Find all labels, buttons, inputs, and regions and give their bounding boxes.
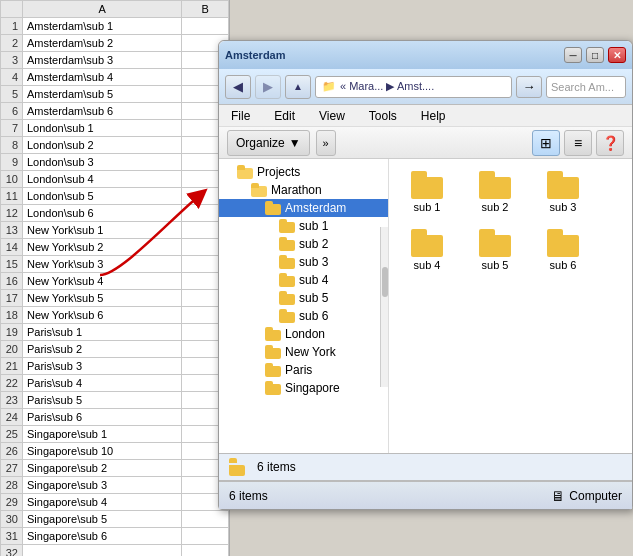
- address-field[interactable]: 📁 « Mara... ▶ Amst....: [315, 76, 512, 98]
- cell-a[interactable]: Paris\sub 4: [23, 375, 182, 392]
- cell-a[interactable]: New York\sub 5: [23, 290, 182, 307]
- table-row[interactable]: 5Amsterdam\sub 5: [1, 86, 229, 103]
- cell-a[interactable]: London\sub 1: [23, 120, 182, 137]
- forward-button[interactable]: ▶: [255, 75, 281, 99]
- file-panel[interactable]: sub 1 sub 2 sub 3 sub 4 sub 5 sub 6: [389, 159, 632, 453]
- cell-b[interactable]: [182, 528, 229, 545]
- table-row[interactable]: 24Paris\sub 6: [1, 409, 229, 426]
- cell-a[interactable]: Amsterdam\sub 4: [23, 69, 182, 86]
- table-row[interactable]: 22Paris\sub 4: [1, 375, 229, 392]
- table-row[interactable]: 6Amsterdam\sub 6: [1, 103, 229, 120]
- table-row[interactable]: 31Singapore\sub 6: [1, 528, 229, 545]
- file-item-sub2[interactable]: sub 2: [465, 167, 525, 217]
- table-row[interactable]: 14New York\sub 2: [1, 239, 229, 256]
- cell-a[interactable]: New York\sub 1: [23, 222, 182, 239]
- view-grid-button[interactable]: ⊞: [532, 130, 560, 156]
- table-row[interactable]: 3Amsterdam\sub 3: [1, 52, 229, 69]
- cell-a[interactable]: London\sub 6: [23, 205, 182, 222]
- table-row[interactable]: 27Singapore\sub 2: [1, 460, 229, 477]
- cell-a[interactable]: Singapore\sub 3: [23, 477, 182, 494]
- file-item-sub4[interactable]: sub 4: [397, 225, 457, 275]
- table-row[interactable]: 26Singapore\sub 10: [1, 443, 229, 460]
- cell-a[interactable]: Singapore\sub 10: [23, 443, 182, 460]
- table-row[interactable]: 17New York\sub 5: [1, 290, 229, 307]
- table-row[interactable]: 32: [1, 545, 229, 557]
- organize-button[interactable]: Organize ▼: [227, 130, 310, 156]
- tree-item-paris[interactable]: Paris: [219, 361, 388, 379]
- table-row[interactable]: 2Amsterdam\sub 2: [1, 35, 229, 52]
- table-row[interactable]: 16New York\sub 4: [1, 273, 229, 290]
- table-row[interactable]: 25Singapore\sub 1: [1, 426, 229, 443]
- cell-a[interactable]: Amsterdam\sub 2: [23, 35, 182, 52]
- up-button[interactable]: ▲: [285, 75, 311, 99]
- cell-a[interactable]: London\sub 3: [23, 154, 182, 171]
- tree-item-sub2[interactable]: sub 2: [219, 235, 388, 253]
- cell-a[interactable]: Singapore\sub 6: [23, 528, 182, 545]
- cell-a[interactable]: Paris\sub 5: [23, 392, 182, 409]
- cell-b[interactable]: [182, 545, 229, 557]
- table-row[interactable]: 1Amsterdam\sub 1: [1, 18, 229, 35]
- table-row[interactable]: 28Singapore\sub 3: [1, 477, 229, 494]
- cell-a[interactable]: New York\sub 4: [23, 273, 182, 290]
- table-row[interactable]: 8London\sub 2: [1, 137, 229, 154]
- maximize-button[interactable]: □: [586, 47, 604, 63]
- cell-a[interactable]: Amsterdam\sub 6: [23, 103, 182, 120]
- toolbar-more-button[interactable]: »: [316, 130, 336, 156]
- file-item-sub1[interactable]: sub 1: [397, 167, 457, 217]
- table-row[interactable]: 29Singapore\sub 4: [1, 494, 229, 511]
- tree-item-london[interactable]: London: [219, 325, 388, 343]
- col-a-header[interactable]: A: [23, 1, 182, 18]
- tree-item-marathon[interactable]: Marathon: [219, 181, 388, 199]
- table-row[interactable]: 21Paris\sub 3: [1, 358, 229, 375]
- table-row[interactable]: 30Singapore\sub 5: [1, 511, 229, 528]
- cell-a[interactable]: Paris\sub 3: [23, 358, 182, 375]
- table-row[interactable]: 23Paris\sub 5: [1, 392, 229, 409]
- table-row[interactable]: 20Paris\sub 2: [1, 341, 229, 358]
- nav-tree[interactable]: Projects Marathon Amsterdam sub 1 sub 2: [219, 159, 389, 453]
- tree-item-newyork[interactable]: New York: [219, 343, 388, 361]
- cell-a[interactable]: Amsterdam\sub 1: [23, 18, 182, 35]
- cell-a[interactable]: Singapore\sub 2: [23, 460, 182, 477]
- table-row[interactable]: 19Paris\sub 1: [1, 324, 229, 341]
- cell-a[interactable]: Amsterdam\sub 3: [23, 52, 182, 69]
- help-button[interactable]: ❓: [596, 130, 624, 156]
- search-box[interactable]: Search Am...: [546, 76, 626, 98]
- cell-a[interactable]: London\sub 2: [23, 137, 182, 154]
- go-button[interactable]: →: [516, 76, 542, 98]
- cell-a[interactable]: New York\sub 3: [23, 256, 182, 273]
- cell-a[interactable]: Amsterdam\sub 5: [23, 86, 182, 103]
- menu-help[interactable]: Help: [417, 107, 450, 125]
- tree-item-sub6[interactable]: sub 6: [219, 307, 388, 325]
- cell-a[interactable]: Paris\sub 1: [23, 324, 182, 341]
- cell-a[interactable]: Singapore\sub 4: [23, 494, 182, 511]
- tree-item-sub3[interactable]: sub 3: [219, 253, 388, 271]
- table-row[interactable]: 12London\sub 6: [1, 205, 229, 222]
- cell-b[interactable]: [182, 511, 229, 528]
- menu-tools[interactable]: Tools: [365, 107, 401, 125]
- file-item-sub5[interactable]: sub 5: [465, 225, 525, 275]
- cell-a[interactable]: Paris\sub 6: [23, 409, 182, 426]
- table-row[interactable]: 13New York\sub 1: [1, 222, 229, 239]
- menu-edit[interactable]: Edit: [270, 107, 299, 125]
- tree-item-sub4[interactable]: sub 4: [219, 271, 388, 289]
- cell-a[interactable]: [23, 545, 182, 557]
- table-row[interactable]: 4Amsterdam\sub 4: [1, 69, 229, 86]
- col-b-header[interactable]: B: [182, 1, 229, 18]
- cell-a[interactable]: London\sub 5: [23, 188, 182, 205]
- cell-a[interactable]: New York\sub 6: [23, 307, 182, 324]
- menu-view[interactable]: View: [315, 107, 349, 125]
- close-button[interactable]: ✕: [608, 47, 626, 63]
- tree-item-sub1[interactable]: sub 1: [219, 217, 388, 235]
- minimize-button[interactable]: ─: [564, 47, 582, 63]
- table-row[interactable]: 18New York\sub 6: [1, 307, 229, 324]
- table-row[interactable]: 11London\sub 5: [1, 188, 229, 205]
- cell-a[interactable]: New York\sub 2: [23, 239, 182, 256]
- cell-b[interactable]: [182, 18, 229, 35]
- menu-file[interactable]: File: [227, 107, 254, 125]
- table-row[interactable]: 10London\sub 4: [1, 171, 229, 188]
- cell-a[interactable]: London\sub 4: [23, 171, 182, 188]
- cell-a[interactable]: Paris\sub 2: [23, 341, 182, 358]
- file-item-sub6[interactable]: sub 6: [533, 225, 593, 275]
- tree-item-sub5[interactable]: sub 5: [219, 289, 388, 307]
- view-details-button[interactable]: ≡: [564, 130, 592, 156]
